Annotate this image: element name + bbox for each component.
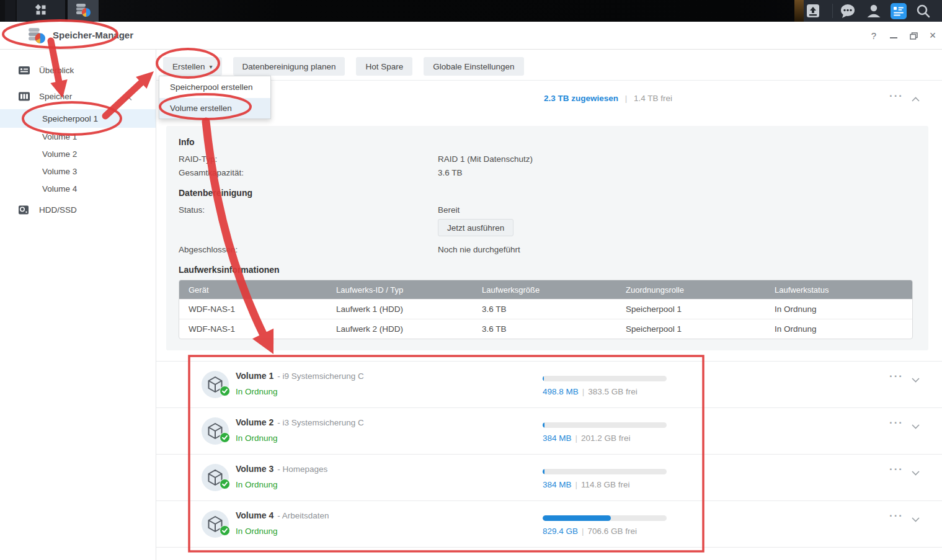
run-now-button[interactable]: Jetzt ausführen	[438, 219, 513, 236]
col-drive-size: Laufwerksgröße	[473, 280, 616, 299]
storage-manager-title-icon	[28, 27, 45, 47]
sidebar-item-label: Speicher	[39, 92, 72, 101]
user-button[interactable]	[866, 3, 882, 19]
table-row[interactable]: WDF-NAS-1 Laufwerk 1 (HDD) 3.6 TB Speich…	[179, 299, 912, 319]
cell-size: 3.6 TB	[473, 299, 616, 319]
user-icon	[866, 3, 882, 19]
volume-more-options-button[interactable]: ···	[889, 371, 904, 381]
main-panel: Erstellen ▾ Datenbereinigung planen Hot …	[156, 50, 942, 560]
volume-status: In Ordnung	[236, 433, 278, 443]
volume-usage-bar	[543, 515, 667, 521]
cell-device: WDF-NAS-1	[179, 299, 327, 319]
sidebar-item-storage[interactable]: Speicher	[0, 87, 156, 105]
data-scrubbing-heading: Datenbereinigung	[179, 188, 913, 198]
minimize-button[interactable]	[886, 22, 902, 50]
volume-status: In Ordnung	[236, 387, 278, 396]
taskbar-storage-manager-button[interactable]	[68, 0, 99, 22]
pool-collapse-chevron-icon[interactable]	[912, 93, 920, 104]
pool-capacity: 2.3 TB zugewiesen | 1.4 TB frei	[544, 94, 672, 103]
drive-info-table: Gerät Laufwerks-ID / Typ Laufwerksgröße …	[179, 280, 913, 339]
create-button[interactable]: Erstellen ▾	[163, 57, 222, 76]
hot-spare-button[interactable]: Hot Spare	[356, 57, 412, 76]
chat-button[interactable]	[840, 3, 856, 19]
sidebar-item-label: Speicherpool 1	[42, 114, 98, 123]
volume-usage-bar	[543, 422, 667, 428]
menu-item-create-storage-pool[interactable]: Speicherpool erstellen	[159, 76, 270, 98]
sidebar: Überblick Speicher Speicherpool 1 Volume…	[0, 50, 156, 560]
volume-more-options-button[interactable]: ···	[889, 417, 904, 428]
main-menu-button[interactable]	[17, 0, 65, 22]
volume-description: - Homepages	[277, 464, 327, 474]
maximize-button[interactable]	[905, 22, 922, 50]
volume-description: - i9 Systemsicherung C	[277, 371, 364, 381]
taskbar-strip	[5, 0, 16, 22]
storage-pool-header[interactable]: 2.3 TB zugewiesen | 1.4 TB frei ···	[156, 81, 942, 126]
volume-status: In Ordnung	[236, 527, 278, 536]
volume-row-2[interactable]: Volume 2- i3 Systemsicherung C In Ordnun…	[156, 408, 942, 455]
cell-role: Speicherpool 1	[616, 299, 765, 319]
external-device-button[interactable]	[805, 3, 821, 19]
collapse-chevron-icon[interactable]	[125, 94, 132, 103]
sidebar-item-storage-pool-1[interactable]: Speicherpool 1	[0, 109, 156, 128]
global-settings-button[interactable]: Globale Einstellungen	[424, 57, 523, 76]
volume-expand-chevron-icon[interactable]	[912, 513, 920, 525]
volume-icon	[202, 464, 229, 491]
restore-icon	[910, 32, 918, 40]
volume-capacity: 498.8 MB|383.5 GB frei	[543, 387, 638, 396]
volume-free: 114.8 GB frei	[581, 480, 630, 489]
main-menu-grid-icon	[34, 3, 48, 19]
storage-icon	[19, 91, 30, 102]
sidebar-item-volume-2[interactable]: Volume 2	[0, 145, 156, 162]
sidebar-item-hdd-ssd[interactable]: HDD/SSD	[0, 201, 156, 218]
volume-description: - Arbeitsdaten	[277, 511, 329, 520]
sidebar-item-overview[interactable]: Überblick	[0, 61, 156, 79]
menu-item-create-volume[interactable]: Volume erstellen	[159, 98, 270, 118]
chat-icon	[840, 3, 856, 19]
wallpaper-accent	[794, 0, 804, 22]
hdd-ssd-icon	[19, 205, 30, 215]
volume-more-options-button[interactable]: ···	[889, 464, 904, 474]
volume-title: Volume 1- i9 Systemsicherung C	[236, 371, 364, 381]
volume-used: 384 MB	[543, 433, 572, 443]
volume-name: Volume 1	[236, 371, 273, 381]
close-button[interactable]: ×	[925, 22, 941, 50]
sidebar-item-label: HDD/SSD	[39, 205, 77, 215]
volume-expand-chevron-icon[interactable]	[912, 420, 920, 432]
volume-more-options-button[interactable]: ···	[889, 510, 904, 521]
create-button-label: Erstellen	[172, 62, 205, 71]
volume-description: - i3 Systemsicherung C	[277, 418, 364, 427]
volume-row-3[interactable]: Volume 3- Homepages In Ordnung 384 MB|11…	[156, 455, 942, 501]
pool-more-options-button[interactable]: ···	[889, 91, 904, 101]
help-button[interactable]: ?	[866, 22, 882, 50]
search-button[interactable]	[915, 3, 931, 19]
volume-icon	[202, 417, 229, 445]
create-dropdown-menu: Speicherpool erstellen Volume erstellen	[159, 76, 271, 119]
external-device-icon	[805, 3, 821, 19]
sidebar-item-label: Volume 3	[42, 167, 77, 176]
schedule-data-scrubbing-button[interactable]: Datenbereinigung planen	[233, 57, 345, 76]
healthy-check-icon	[220, 432, 230, 445]
separator: |	[625, 94, 628, 103]
info-heading: Info	[179, 137, 913, 147]
volume-capacity: 384 MB|114.8 GB frei	[543, 480, 630, 489]
volume-expand-chevron-icon[interactable]	[912, 374, 920, 385]
cell-device: WDF-NAS-1	[179, 319, 327, 339]
healthy-check-icon	[220, 479, 230, 492]
cell-role: Speicherpool 1	[616, 319, 765, 339]
volume-usage-fill	[543, 515, 611, 521]
sidebar-item-label: Volume 1	[42, 132, 77, 141]
sidebar-item-volume-4[interactable]: Volume 4	[0, 180, 156, 197]
sidebar-item-volume-1[interactable]: Volume 1	[0, 128, 156, 145]
volume-used: 829.4 GB	[543, 527, 578, 536]
widgets-button[interactable]	[891, 3, 907, 19]
col-drive-id-type: Laufwerks-ID / Typ	[327, 280, 473, 299]
cell-status: In Ordnung	[765, 319, 912, 339]
separator: |	[575, 433, 578, 443]
table-row[interactable]: WDF-NAS-1 Laufwerk 2 (HDD) 3.6 TB Speich…	[179, 319, 912, 339]
volume-expand-chevron-icon[interactable]	[912, 467, 920, 478]
volume-row-4[interactable]: Volume 4- Arbeitsdaten In Ordnung 829.4 …	[156, 501, 942, 548]
widgets-icon	[891, 3, 907, 19]
sidebar-item-volume-3[interactable]: Volume 3	[0, 162, 156, 180]
completed-value: Noch nie durchgeführt	[438, 245, 520, 254]
volume-row-1[interactable]: Volume 1- i9 Systemsicherung C In Ordnun…	[156, 362, 942, 408]
